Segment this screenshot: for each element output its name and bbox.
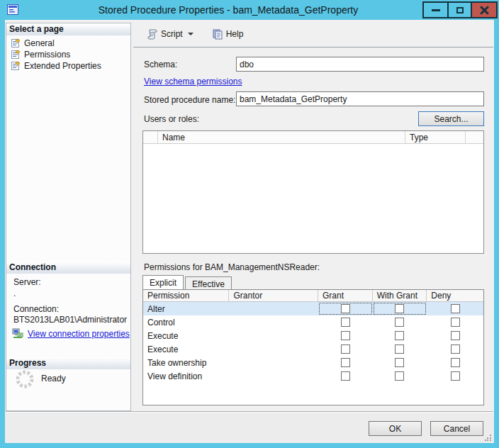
grant-checkbox[interactable]	[341, 318, 350, 327]
view-connection-properties[interactable]: View connection properties	[12, 328, 130, 339]
deny-checkbox[interactable]	[451, 318, 460, 327]
permission-row[interactable]: View definition	[143, 369, 483, 383]
deny-checkbox[interactable]	[451, 371, 460, 381]
server-value: .	[13, 289, 16, 298]
permission-grantor	[230, 342, 318, 356]
tab-explicit[interactable]: Explicit	[142, 275, 184, 289]
grant-checkbox[interactable]	[341, 371, 350, 381]
users-type-column-header: Type	[405, 131, 466, 143]
view-schema-permissions-link[interactable]: View schema permissions	[144, 77, 242, 86]
permissions-table: Permission Grantor Grant With Grant Deny…	[142, 289, 484, 405]
with-grant-checkbox[interactable]	[395, 358, 404, 367]
grant-checkbox[interactable]	[341, 331, 350, 340]
permission-row[interactable]: Take ownership	[143, 356, 483, 369]
deny-cell	[427, 302, 483, 315]
grant-cell	[318, 302, 373, 315]
page-star-icon	[11, 50, 21, 60]
page-star-icon	[11, 38, 21, 48]
with-grant-column-header: With Grant	[373, 290, 427, 301]
permission-grantor	[230, 302, 318, 315]
deny-checkbox[interactable]	[451, 358, 460, 367]
view-connection-properties-link[interactable]: View connection properties	[28, 329, 130, 339]
chevron-down-icon	[188, 33, 194, 35]
grant-checkbox[interactable]	[341, 345, 350, 354]
help-button[interactable]: Help	[208, 26, 248, 42]
with-grant-cell	[373, 342, 427, 356]
footer-separator	[6, 411, 493, 413]
permission-grantor	[230, 356, 318, 369]
grant-cell	[318, 356, 373, 369]
permission-row[interactable]: Control	[143, 315, 483, 329]
dialog-window: Stored Procedure Properties - bam_Metada…	[0, 0, 499, 448]
titlebar[interactable]: Stored Procedure Properties - bam_Metada…	[0, 0, 499, 20]
tab-effective[interactable]: Effective	[185, 276, 232, 289]
with-grant-cell	[373, 302, 427, 315]
connection-label: Connection:	[13, 304, 59, 314]
with-grant-cell	[373, 356, 427, 369]
permissions-table-body: AlterControlExecuteExecuteTake ownership…	[143, 302, 483, 383]
ok-button[interactable]: OK	[369, 421, 422, 436]
sidebar: Select a page General	[6, 23, 131, 411]
cancel-button[interactable]: Cancel	[430, 421, 483, 436]
deny-cell	[427, 369, 483, 383]
grantor-column-header: Grantor	[229, 290, 318, 301]
search-button[interactable]: Search...	[418, 111, 484, 126]
progress-status: Ready	[41, 374, 66, 383]
with-grant-checkbox[interactable]	[395, 331, 404, 340]
toolbar: Script Help	[142, 26, 247, 43]
permission-name: Control	[143, 315, 230, 329]
stored-procedure-name-field[interactable]	[236, 91, 484, 106]
permission-grantor	[230, 369, 318, 383]
sidebar-item-label: General	[24, 38, 55, 48]
users-name-column-header: Name	[158, 131, 405, 143]
page-star-icon	[11, 61, 21, 71]
grant-column-header: Grant	[318, 290, 373, 301]
schema-label: Schema:	[144, 60, 177, 69]
grant-checkbox[interactable]	[341, 304, 350, 313]
deny-checkbox[interactable]	[451, 304, 460, 313]
maximize-button[interactable]	[447, 3, 471, 17]
permission-grantor	[230, 315, 318, 329]
sidebar-item-general[interactable]: General	[6, 38, 130, 49]
permission-name: Take ownership	[143, 356, 230, 369]
progress-header: Progress	[6, 357, 130, 369]
with-grant-checkbox[interactable]	[395, 371, 404, 381]
resize-grip-icon[interactable]	[484, 434, 492, 442]
deny-checkbox[interactable]	[451, 331, 460, 340]
connection-value: BTS2013LAB01\Administrator	[13, 315, 127, 325]
with-grant-checkbox[interactable]	[395, 345, 404, 354]
grant-cell	[318, 329, 373, 342]
with-grant-cell	[373, 329, 427, 342]
users-or-roles-label: Users or roles:	[144, 114, 199, 124]
deny-cell	[427, 356, 483, 369]
permission-row[interactable]: Execute	[143, 329, 483, 342]
permission-column-header: Permission	[143, 290, 229, 301]
script-button[interactable]: Script	[142, 26, 198, 42]
select-a-page-header: Select a page	[6, 23, 130, 35]
permissions-for-label: Permissions for BAM_ManagementNSReader:	[144, 262, 320, 272]
permission-row[interactable]: Execute	[143, 342, 483, 356]
grant-cell	[318, 369, 373, 383]
sidebar-item-permissions[interactable]: Permissions	[6, 49, 130, 60]
maximize-icon	[456, 7, 464, 13]
users-icon-column-header	[143, 131, 158, 143]
close-button[interactable]	[471, 3, 496, 17]
permission-grantor	[230, 329, 318, 342]
with-grant-checkbox[interactable]	[395, 318, 404, 327]
with-grant-checkbox[interactable]	[395, 304, 404, 313]
grant-checkbox[interactable]	[341, 358, 350, 367]
permission-row[interactable]: Alter	[143, 302, 483, 315]
network-computer-icon	[12, 328, 24, 339]
help-doc-icon	[212, 28, 223, 40]
with-grant-cell	[373, 315, 427, 329]
users-table-header: Name Type	[143, 131, 483, 144]
sidebar-item-extended-properties[interactable]: Extended Properties	[6, 60, 130, 72]
deny-checkbox[interactable]	[451, 345, 460, 354]
deny-cell	[427, 342, 483, 356]
minimize-button[interactable]	[424, 3, 447, 17]
script-scroll-icon	[147, 28, 158, 40]
toolbar-separator	[133, 47, 493, 47]
script-label: Script	[161, 29, 183, 39]
schema-field[interactable]	[236, 57, 484, 72]
permissions-table-header: Permission Grantor Grant With Grant Deny	[143, 290, 483, 302]
